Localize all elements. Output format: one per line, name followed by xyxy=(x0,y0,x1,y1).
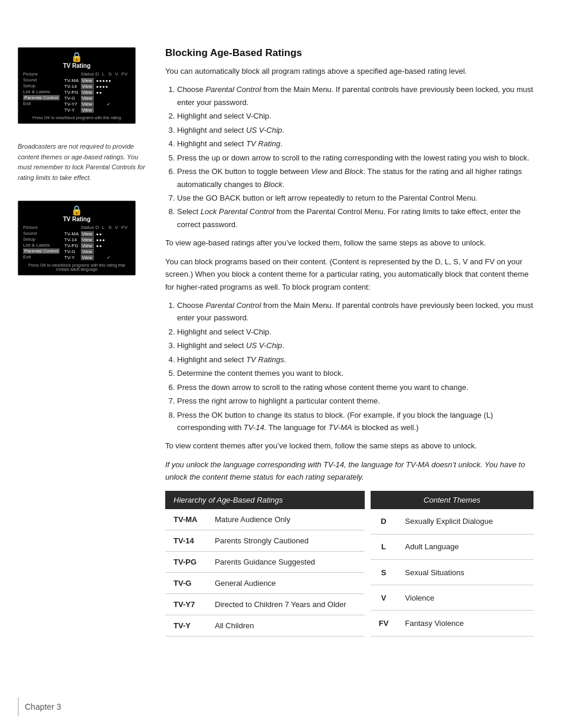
r2-tv14: TV-14 View ●●● xyxy=(64,237,130,242)
content-theme-row: LAdult Language xyxy=(371,534,533,559)
c-step-2: Highlight and select V-Chip. xyxy=(177,326,533,338)
menu-setup: Setup xyxy=(23,83,60,88)
table-header-row: Status D L S V FV xyxy=(64,71,130,77)
c-step-7: Press the right arrow to highlight a par… xyxy=(177,395,533,407)
age-rating-desc: Mature Audience Only xyxy=(207,509,365,530)
step-5: Press the up or down arrow to scroll to … xyxy=(177,152,533,164)
content-table-header: Content Themes xyxy=(371,491,533,509)
tv-rating-footer-2: Press OK to view/block programs with thi… xyxy=(23,263,130,271)
ratings-table-1: Status D L S V FV TV-MA View ●●●●● TV-14 xyxy=(64,71,130,113)
step-8: Select Lock Parental Control from the Pa… xyxy=(177,205,533,231)
tv-rating-screenshot-1: 🔒 TV Rating Picture Sound Setup List & L… xyxy=(18,47,136,124)
age-table-header: Hierarchy of Age-Based Ratings xyxy=(165,491,365,509)
section-title: Blocking Age-Based Ratings xyxy=(165,47,533,59)
age-rating-row: TV-MAMature Audience Only xyxy=(165,509,365,530)
age-rating-row: TV-YAll Children xyxy=(165,615,365,636)
content-theme-desc: Adult Language xyxy=(397,534,533,559)
view-note-1: To view age-based ratings after you’ve l… xyxy=(165,237,533,249)
age-ratings-body: TV-MAMature Audience OnlyTV-14Parents St… xyxy=(165,509,365,637)
menu2-list-labels: List & Labels xyxy=(23,242,60,248)
c-step-5: Determine the content themes you want to… xyxy=(177,367,533,379)
age-rating-row: TV-Y7Directed to Children 7 Years and Ol… xyxy=(165,593,365,615)
ratings-table-2: Status D L S V FV TV-MA View ●● TV-14 xyxy=(64,225,130,261)
rating-row-tvpg: TV-PG View ●● xyxy=(64,90,130,95)
rating-row-tv14: TV-14 View ●●●● xyxy=(64,84,130,89)
r2-tvg: TV-G View xyxy=(64,249,130,254)
step-4: Highlight and select TV Rating. xyxy=(177,137,533,150)
step-3: Highlight and select US V-Chip. xyxy=(177,124,533,136)
menu-exit: Exit xyxy=(23,101,60,106)
age-rating-code: TV-G xyxy=(165,572,207,593)
c-step-1: Choose Parental Control from the Main Me… xyxy=(177,299,533,324)
c-step-4: Highlight and select TV Ratings. xyxy=(177,353,533,366)
menu2-picture: Picture xyxy=(23,225,60,230)
menu2-parental-control: Parental Control xyxy=(23,248,60,254)
menu-picture: Picture xyxy=(23,71,60,77)
menu-list-2: Picture Sound Setup List & Labels Parent… xyxy=(23,225,60,261)
left-sidebar: 🔒 TV Rating Picture Sound Setup List & L… xyxy=(0,47,159,693)
chapter-footer: Chapter 3 xyxy=(18,697,61,716)
content-block-intro: You can block programs based on their co… xyxy=(165,255,533,293)
menu-list-1: Picture Sound Setup List & Labels Parent… xyxy=(23,71,60,113)
tv-rating-screenshot-2: 🔒 TV Rating Picture Sound Setup List & L… xyxy=(18,201,136,276)
age-rating-row: TV-GGeneral Audience xyxy=(165,572,365,593)
c-step-3: Highlight and select US V-Chip. xyxy=(177,339,533,352)
tv-rating-title-1: TV Rating xyxy=(23,63,130,69)
lock-icon-2: 🔒 xyxy=(23,205,130,216)
r2-tvy: TV-Y View ✓ xyxy=(64,255,130,260)
content-theme-row: DSexually Explicit Dialogue xyxy=(371,509,533,534)
rating-row-tvma: TV-MA View ●●●●● xyxy=(64,78,130,83)
content-theme-row: FVFantasy Violence xyxy=(371,611,533,636)
rating-row-tvy: TV-Y View xyxy=(64,107,130,113)
content-theme-row: VViolence xyxy=(371,585,533,611)
age-rating-code: TV-14 xyxy=(165,530,207,551)
age-rating-code: TV-MA xyxy=(165,509,207,530)
footer-divider xyxy=(18,697,19,716)
menu-sound: Sound xyxy=(23,77,60,83)
content-theme-code: V xyxy=(371,585,397,611)
content-theme-code: D xyxy=(371,509,397,534)
tv-rating-footer-1: Press OK to view/block programs with thi… xyxy=(23,116,130,120)
age-rating-desc: All Children xyxy=(207,615,365,636)
content-themes-body: DSexually Explicit DialogueLAdult Langua… xyxy=(371,509,533,637)
content-theme-code: S xyxy=(371,560,397,585)
content-theme-code: FV xyxy=(371,611,397,636)
age-rating-desc: Directed to Children 7 Years and Older xyxy=(207,593,365,615)
age-rating-desc: General Audience xyxy=(207,572,365,593)
step-7: Use the GO BACK button or left arrow rep… xyxy=(177,192,533,204)
rating-tables-wrapper: Hierarchy of Age-Based Ratings TV-MAMatu… xyxy=(165,491,533,637)
age-based-ratings-table: Hierarchy of Age-Based Ratings TV-MAMatu… xyxy=(165,491,365,637)
intro-paragraph: You can automatically block all program … xyxy=(165,65,533,77)
content-theme-desc: Sexually Explicit Dialogue xyxy=(397,509,533,534)
sidebar-broadcaster-note: Broadcasters are not required to provide… xyxy=(18,142,148,183)
age-rating-desc: Parents Guidance Suggested xyxy=(207,551,365,572)
menu2-setup: Setup xyxy=(23,237,60,242)
content-theme-desc: Violence xyxy=(397,585,533,611)
steps-content-list: Choose Parental Control from the Main Me… xyxy=(177,299,533,434)
lock-icon: 🔒 xyxy=(23,51,130,63)
content-theme-row: SSexual Situations xyxy=(371,560,533,585)
tv-rating-title-2: TV Rating xyxy=(23,216,130,222)
table-header-row-2: Status D L S V FV xyxy=(64,225,130,230)
main-content: Blocking Age-Based Ratings You can autom… xyxy=(159,47,563,693)
steps-age-based-list: Choose Parental Control from the Main Me… xyxy=(177,83,533,231)
age-rating-code: TV-Y xyxy=(165,615,207,636)
r2-tvpg: TV-PG View ●● xyxy=(64,243,130,248)
age-rating-desc: Parents Strongly Cautioned xyxy=(207,530,365,551)
age-rating-code: TV-Y7 xyxy=(165,593,207,615)
age-rating-code: TV-PG xyxy=(165,551,207,572)
rating-row-tvg: TV-G View xyxy=(64,96,130,101)
unlock-italic-note: If you unlock the language corresponding… xyxy=(165,458,533,484)
menu-list-labels: List & Labels xyxy=(23,89,60,94)
chapter-label: Chapter 3 xyxy=(25,702,61,711)
age-rating-row: TV-PGParents Guidance Suggested xyxy=(165,551,365,572)
content-theme-desc: Sexual Situations xyxy=(397,560,533,585)
r2-tvma: TV-MA View ●● xyxy=(64,231,130,237)
content-theme-code: L xyxy=(371,534,397,559)
menu-parental-control: Parental Control xyxy=(23,95,60,100)
menu2-sound: Sound xyxy=(23,231,60,236)
step-6: Press the OK button to toggle between Vi… xyxy=(177,165,533,191)
step-2: Highlight and select V-Chip. xyxy=(177,110,533,122)
content-themes-table: Content Themes DSexually Explicit Dialog… xyxy=(371,491,533,637)
rating-row-tvy7: TV-Y7 View ✓ xyxy=(64,101,130,107)
